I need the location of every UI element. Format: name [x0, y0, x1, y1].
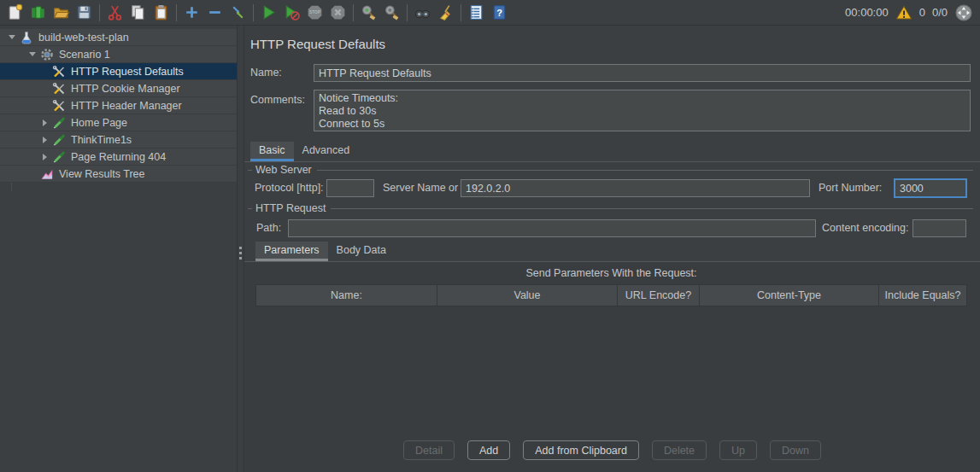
- paste-icon[interactable]: [150, 2, 173, 24]
- clear-all-icon[interactable]: [380, 2, 403, 24]
- toolbar-separator: [407, 4, 408, 21]
- tree-item-build-web-test-plan[interactable]: build-web-test-plan: [0, 29, 237, 46]
- tree-item-label: View Results Tree: [59, 168, 145, 180]
- clear-search-icon[interactable]: [434, 2, 457, 24]
- sampler-icon: [51, 150, 66, 164]
- tab-parameters[interactable]: Parameters: [255, 242, 328, 261]
- toolbar-separator: [253, 4, 254, 21]
- toggle-icon[interactable]: [226, 2, 249, 24]
- splitter-grip[interactable]: [239, 244, 242, 262]
- name-input[interactable]: [314, 64, 971, 82]
- tree-item-scenario-1[interactable]: Scenario 1: [0, 46, 237, 63]
- svg-text:STOP: STOP: [309, 10, 321, 15]
- tree-item-thinktime1s[interactable]: ThinkTime1s: [0, 131, 237, 149]
- column-header-content-type: Content-Type: [699, 285, 878, 306]
- path-label: Path:: [256, 219, 281, 237]
- config-panel: HTTP Request Defaults Name: Comments: No…: [244, 26, 980, 472]
- save-icon[interactable]: [73, 2, 96, 24]
- comments-input[interactable]: Notice Timeouts: Read to 30s Connect to …: [314, 90, 971, 131]
- tree-item-view-results-tree[interactable]: View Results Tree: [0, 166, 237, 183]
- sampler-icon: [51, 133, 66, 147]
- toolbar-separator: [461, 4, 461, 21]
- chevron-right-icon[interactable]: [38, 154, 51, 160]
- chevron-right-icon[interactable]: [38, 119, 51, 126]
- server-input[interactable]: [461, 179, 810, 197]
- path-input[interactable]: [288, 219, 816, 237]
- tab-basic[interactable]: Basic: [250, 142, 294, 161]
- params-button-bar: DetailAddAdd from ClipboardDeleteUpDown: [244, 440, 980, 460]
- chevron-down-icon[interactable]: [5, 35, 19, 39]
- main-toolbar: STOP ? 00:00:00 0 0/0: [0, 0, 980, 26]
- content-encoding-label: Content encoding:: [822, 219, 908, 237]
- down-button: Down: [770, 440, 821, 460]
- tree-item-http-header-manager[interactable]: HTTP Header Manager: [0, 97, 237, 114]
- warning-icon[interactable]: [895, 4, 913, 21]
- elapsed-timer: 00:00:00: [845, 6, 889, 19]
- config-element-icon: [51, 82, 66, 96]
- port-input[interactable]: [894, 178, 967, 198]
- new-file-icon[interactable]: [3, 2, 26, 24]
- test-activity-icon: [954, 3, 973, 22]
- chevron-right-icon[interactable]: [38, 137, 51, 143]
- detail-button: Detail: [403, 440, 455, 460]
- thread-group-icon: [39, 48, 54, 61]
- clear-icon[interactable]: [357, 2, 380, 24]
- tree-item-http-cookie-manager[interactable]: HTTP Cookie Manager: [0, 80, 237, 97]
- protocol-input[interactable]: [326, 179, 374, 197]
- tree-item-label: HTTP Cookie Manager: [71, 83, 180, 95]
- protocol-label: Protocol [http]:: [255, 179, 324, 197]
- chevron-down-icon[interactable]: [26, 52, 39, 56]
- tree-item-http-request-defaults[interactable]: HTTP Request Defaults: [0, 63, 237, 80]
- tree-item-home-page[interactable]: Home Page: [0, 114, 237, 131]
- copy-icon[interactable]: [126, 2, 150, 24]
- jmeter-window: STOP ? 00:00:00 0 0/0 build-web-test-pla…: [0, 0, 980, 472]
- web-server-legend: Web Server: [248, 164, 973, 176]
- http-request-legend: HTTP Request: [248, 202, 973, 214]
- svg-text:?: ?: [496, 8, 502, 18]
- add-button[interactable]: Add: [467, 440, 510, 460]
- content-encoding-input[interactable]: [913, 219, 966, 237]
- page-title: HTTP Request Defaults: [250, 37, 385, 51]
- config-element-icon: [51, 65, 66, 79]
- templates-icon[interactable]: [26, 2, 50, 24]
- toolbar-separator: [99, 4, 100, 21]
- params-table-header: Name:ValueURL Encode?Content-TypeInclude…: [255, 284, 967, 306]
- expand-all-icon[interactable]: [180, 2, 203, 24]
- parameters-panel: Send Parameters With the Request: Name:V…: [244, 262, 980, 472]
- tree-item-label: ThinkTime1s: [71, 134, 132, 146]
- tab-body-data[interactable]: Body Data: [328, 242, 395, 261]
- help-icon[interactable]: ?: [488, 2, 511, 24]
- parameters-bodydata-tabs: ParametersBody Data: [255, 242, 395, 261]
- tree-item-page-returning-404[interactable]: Page Returning 404: [0, 149, 237, 166]
- toolbar-separator: [353, 4, 354, 21]
- tree-item-label: HTTP Request Defaults: [71, 66, 184, 78]
- toolbar-status-area: 00:00:00 0 0/0: [845, 3, 980, 22]
- open-file-icon[interactable]: [50, 2, 73, 24]
- cut-icon[interactable]: [103, 2, 126, 24]
- toolbar-separator: [176, 4, 177, 21]
- shutdown-icon: [326, 2, 349, 24]
- tree-item-label: Page Returning 404: [71, 151, 166, 163]
- column-header-include-equals-: Include Equals?: [878, 285, 966, 306]
- start-no-pauses-icon[interactable]: [280, 2, 303, 24]
- function-helper-icon[interactable]: [465, 2, 488, 24]
- stop-icon: STOP: [303, 2, 326, 24]
- test-plan-tree: build-web-test-planScenario 1HTTP Reques…: [0, 26, 237, 472]
- tab-divider: [244, 161, 980, 162]
- column-header-name-: Name:: [256, 285, 437, 306]
- port-label: Port Number:: [819, 179, 882, 197]
- tree-item-label: build-web-test-plan: [38, 32, 129, 44]
- add-from-clipboard-button[interactable]: Add from Clipboard: [523, 440, 639, 460]
- name-label: Name:: [250, 64, 282, 82]
- config-element-icon: [51, 99, 66, 113]
- tab-advanced[interactable]: Advanced: [294, 142, 359, 161]
- search-icon[interactable]: [411, 2, 434, 24]
- results-tree-icon: [39, 167, 54, 181]
- tree-item-label: Home Page: [71, 117, 127, 129]
- column-header-url-encode-: URL Encode?: [617, 285, 699, 306]
- delete-button: Delete: [652, 440, 707, 460]
- panel-splitter[interactable]: [237, 26, 244, 472]
- test-plan-icon: [19, 31, 33, 44]
- start-icon[interactable]: [257, 2, 280, 24]
- collapse-all-icon[interactable]: [203, 2, 226, 24]
